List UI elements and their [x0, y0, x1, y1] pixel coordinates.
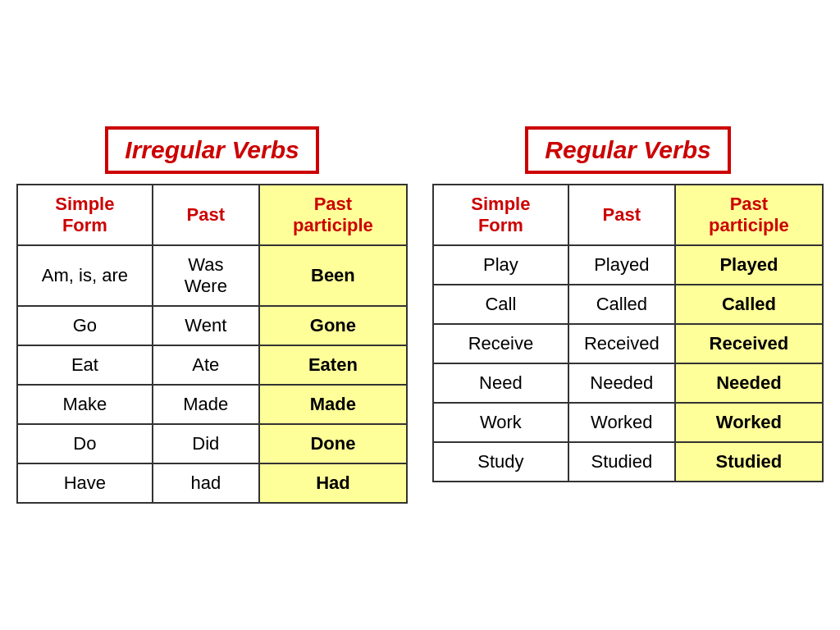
table-cell: Studied [568, 442, 675, 482]
table-cell: Play [433, 245, 568, 285]
table-cell: Been [259, 245, 407, 306]
table-cell: Need [433, 363, 568, 403]
table-row: DoDidDone [17, 424, 407, 463]
table-cell: Do [17, 424, 153, 463]
table-cell: Gone [259, 306, 407, 345]
table-row: CallCalledCalled [433, 285, 823, 324]
irregular-header-past: Past [153, 185, 259, 245]
irregular-title: Irregular Verbs [105, 126, 318, 174]
irregular-section: Irregular Verbs Simple Form Past Past pa… [16, 126, 408, 504]
table-cell: Am, is, are [17, 245, 153, 306]
table-row: PlayPlayedPlayed [433, 245, 823, 285]
table-cell: Needed [675, 363, 823, 403]
table-row: GoWentGone [17, 306, 407, 345]
table-row: MakeMadeMade [17, 385, 407, 424]
table-cell: Receive [433, 324, 568, 363]
regular-title: Regular Verbs [525, 126, 730, 174]
table-cell: WasWere [153, 245, 259, 306]
table-cell: Called [568, 285, 675, 324]
table-cell: Have [17, 463, 153, 503]
table-row: HavehadHad [17, 463, 407, 503]
regular-section: Regular Verbs Simple Form Past Past part… [432, 126, 824, 482]
table-cell: Needed [568, 363, 675, 403]
table-row: ReceiveReceivedReceived [433, 324, 823, 363]
regular-header-past: Past [568, 185, 675, 245]
table-cell: Played [568, 245, 675, 285]
page-wrapper: Irregular Verbs Simple Form Past Past pa… [16, 126, 824, 504]
table-cell: Ate [153, 345, 259, 385]
table-cell: Received [675, 324, 823, 363]
table-row: EatAteEaten [17, 345, 407, 385]
table-cell: Eaten [259, 345, 407, 385]
table-row: StudyStudiedStudied [433, 442, 823, 482]
table-cell: Call [433, 285, 568, 324]
table-cell: Work [433, 403, 568, 442]
table-row: WorkWorkedWorked [433, 403, 823, 442]
table-cell: Worked [568, 403, 675, 442]
table-cell: had [153, 463, 259, 503]
regular-header-simple: Simple Form [433, 185, 568, 245]
table-cell: Go [17, 306, 153, 345]
table-row: NeedNeededNeeded [433, 363, 823, 403]
table-cell: Eat [17, 345, 153, 385]
regular-header-participle: Past participle [675, 185, 823, 245]
table-row: Am, is, areWasWereBeen [17, 245, 407, 306]
table-cell: Received [568, 324, 675, 363]
table-cell: Had [259, 463, 407, 503]
table-cell: Made [153, 385, 259, 424]
table-cell: Worked [675, 403, 823, 442]
irregular-header-simple: Simple Form [17, 185, 153, 245]
table-cell: Played [675, 245, 823, 285]
irregular-table: Simple Form Past Past participle Am, is,… [16, 184, 408, 504]
table-cell: Make [17, 385, 153, 424]
table-cell: Went [153, 306, 259, 345]
table-cell: Studied [675, 442, 823, 482]
table-cell: Done [259, 424, 407, 463]
table-cell: Called [675, 285, 823, 324]
regular-table: Simple Form Past Past participle PlayPla… [432, 184, 824, 482]
table-cell: Made [259, 385, 407, 424]
table-cell: Did [153, 424, 259, 463]
irregular-header-participle: Past participle [259, 185, 407, 245]
table-cell: Study [433, 442, 568, 482]
